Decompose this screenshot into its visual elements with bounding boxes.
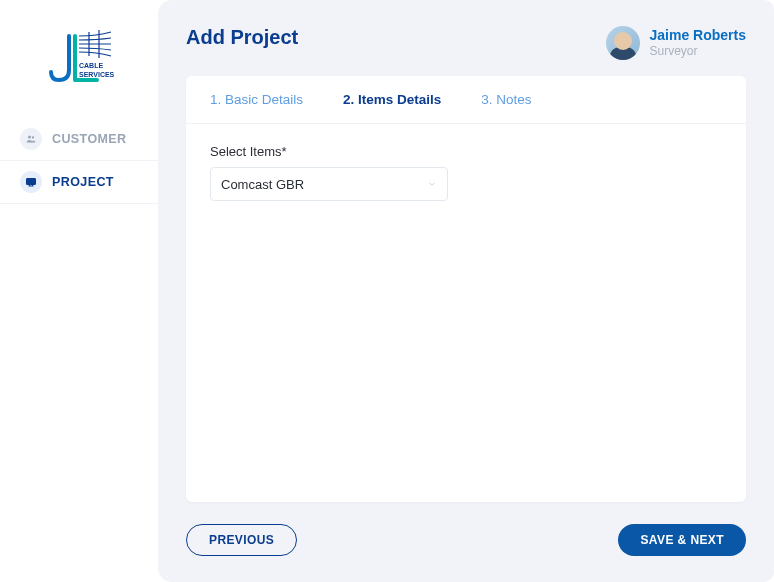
avatar [606, 26, 640, 60]
tab-notes[interactable]: 3. Notes [481, 92, 531, 107]
user-info: Jaime Roberts Surveyor [650, 28, 746, 57]
app-root: CABLE SERVICES CUSTOMER PROJECT Add Proj… [0, 0, 774, 582]
user-name: Jaime Roberts [650, 28, 746, 43]
chevron-down-icon [427, 177, 437, 192]
main-content: Add Project Jaime Roberts Surveyor 1. Ba… [158, 0, 774, 582]
form-card: 1. Basic Details 2. Items Details 3. Not… [186, 76, 746, 502]
sidebar-item-label: CUSTOMER [52, 132, 127, 146]
brand-text-1: CABLE [79, 62, 103, 69]
svg-point-3 [32, 136, 34, 138]
select-items-value: Comcast GBR [221, 177, 304, 192]
sidebar-item-label: PROJECT [52, 175, 114, 189]
select-items-dropdown[interactable]: Comcast GBR [210, 167, 448, 201]
sidebar-nav: CUSTOMER PROJECT [0, 118, 158, 204]
sidebar-item-customer[interactable]: CUSTOMER [0, 118, 158, 161]
brand-logo: CABLE SERVICES [39, 24, 119, 88]
page-title: Add Project [186, 26, 298, 49]
sidebar: CABLE SERVICES CUSTOMER PROJECT [0, 0, 158, 582]
sidebar-item-project[interactable]: PROJECT [0, 161, 158, 204]
tab-strip: 1. Basic Details 2. Items Details 3. Not… [186, 76, 746, 124]
users-icon [20, 128, 42, 150]
select-items-label: Select Items* [210, 144, 722, 159]
project-icon [20, 171, 42, 193]
card-body: Select Items* Comcast GBR [186, 124, 746, 502]
user-role: Surveyor [650, 44, 746, 58]
footer-actions: PREVIOUS SAVE & NEXT [186, 502, 746, 556]
user-block[interactable]: Jaime Roberts Surveyor [606, 26, 746, 60]
svg-point-2 [28, 136, 31, 139]
svg-rect-4 [27, 179, 36, 185]
save-next-button[interactable]: SAVE & NEXT [618, 524, 746, 556]
tab-basic-details[interactable]: 1. Basic Details [210, 92, 303, 107]
header: Add Project Jaime Roberts Surveyor [186, 26, 746, 60]
tab-items-details[interactable]: 2. Items Details [343, 92, 441, 107]
previous-button[interactable]: PREVIOUS [186, 524, 297, 556]
brand-text-2: SERVICES [79, 71, 115, 78]
